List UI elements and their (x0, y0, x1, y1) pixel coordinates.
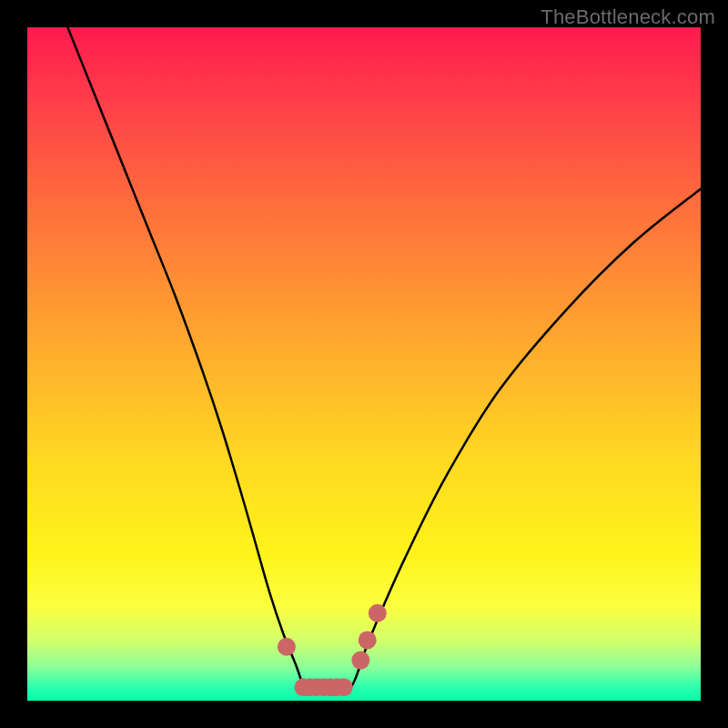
right-shoulder-marker-3 (369, 604, 387, 622)
valley-marker-7 (335, 678, 353, 696)
chart-svg (27, 27, 701, 701)
markers-layer (278, 604, 387, 696)
plot-area (27, 27, 701, 701)
watermark-text: TheBottleneck.com (541, 5, 715, 29)
outer-frame: TheBottleneck.com (0, 0, 728, 728)
bottleneck-curve (67, 27, 701, 694)
right-shoulder-marker-2 (359, 631, 377, 649)
left-shoulder-marker (278, 638, 296, 656)
right-shoulder-marker-1 (351, 652, 369, 670)
curve-layer (67, 27, 701, 694)
